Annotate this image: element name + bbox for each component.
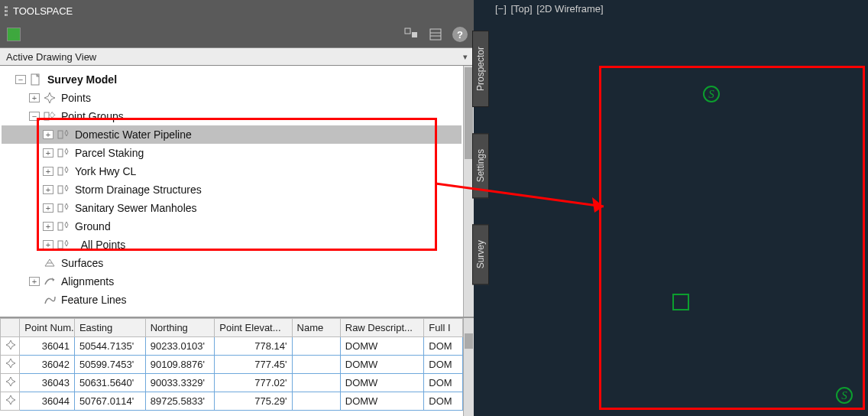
column-header[interactable]: Easting: [74, 319, 145, 337]
tree-item-feature-lines[interactable]: Feature Lines: [2, 291, 462, 309]
svg-rect-13: [58, 241, 63, 249]
new-drawing-icon[interactable]: [6, 27, 21, 42]
survey-point-marker[interactable]: [672, 294, 689, 310]
tree-label: _All Points: [75, 239, 125, 251]
drawing-icon: [29, 73, 43, 86]
tree-label: Sanitary Sewer Manholes: [75, 202, 197, 214]
table-cell: 777.45': [215, 356, 292, 374]
point-group-icon: [57, 164, 70, 178]
column-header[interactable]: Point Elevat...: [215, 319, 292, 337]
svg-rect-10: [58, 186, 63, 193]
viewport-view[interactable]: [Top]: [510, 3, 532, 15]
column-header[interactable]: Name: [292, 319, 340, 337]
tree-label: Parcel Staking: [75, 147, 144, 159]
svg-rect-11: [58, 204, 63, 212]
survey-point-marker[interactable]: S: [836, 387, 853, 404]
annotation-canvas-box: [599, 66, 865, 410]
table-cell: [292, 356, 340, 374]
view-selector[interactable]: Active Drawing View ▾: [0, 47, 474, 66]
tab-settings[interactable]: Settings: [472, 133, 489, 198]
svg-rect-7: [58, 131, 63, 138]
tree-item-surfaces[interactable]: Surfaces: [2, 254, 462, 272]
tree-label: Surfaces: [61, 257, 103, 269]
table-cell: 90233.0103': [145, 337, 215, 356]
point-group-icon: [43, 109, 57, 123]
tab-prospector[interactable]: Prospector: [472, 31, 489, 107]
table-cell: DOMW: [340, 392, 424, 411]
tab-survey[interactable]: Survey: [472, 224, 489, 284]
view-label: Active Drawing View: [6, 51, 96, 63]
point-group-icon: [57, 238, 70, 252]
toolspace-toolbar: ?: [0, 21, 474, 47]
toolspace-panel: TOOLSPACE ? Active Drawing View ▾: [0, 0, 474, 416]
table-cell: 778.14': [215, 337, 292, 356]
point-icon: [1, 356, 20, 374]
tree-item-point-group[interactable]: +Sanitary Sewer Manholes: [2, 199, 462, 217]
table-cell: DOM: [424, 337, 463, 356]
table-cell: DOM: [424, 356, 463, 374]
tree-item-point-group[interactable]: +_All Points: [2, 236, 462, 254]
tree-item-point-groups[interactable]: − Point Groups: [2, 107, 462, 125]
svg-marker-18: [592, 197, 604, 213]
tree-item-point-group[interactable]: +Domestic Water Pipeline: [2, 125, 462, 144]
point-group-icon: [57, 128, 70, 141]
point-group-icon: [57, 219, 70, 233]
table-row[interactable]: 3604350631.5640'90033.3329'777.02'DOMWDO…: [1, 374, 463, 392]
table-cell: DOM: [424, 392, 463, 411]
feature-line-icon: [43, 293, 57, 307]
table-cell: 775.29': [215, 392, 292, 411]
table-row[interactable]: 3604150544.7135'90233.0103'778.14'DOMWDO…: [1, 337, 463, 356]
prospector-tree[interactable]: − Survey Model + Points − Point Groups +…: [0, 66, 463, 317]
viewport-controls[interactable]: [−] [Top] [2D Wireframe]: [495, 3, 605, 15]
chevron-down-icon: ▾: [463, 52, 468, 62]
tree-item-point-group[interactable]: +York Hwy CL: [2, 162, 462, 180]
table-cell: DOM: [424, 374, 463, 392]
tree-item-point-group[interactable]: +Parcel Staking: [2, 144, 462, 162]
point-icon: [1, 374, 20, 392]
point-table[interactable]: Point Num...EastingNorthingPoint Elevat.…: [0, 318, 463, 411]
point-list-panel: Point Num...EastingNorthingPoint Elevat.…: [0, 317, 474, 416]
tree-label: Points: [61, 92, 91, 104]
svg-rect-1: [412, 32, 417, 37]
viewport-style[interactable]: [2D Wireframe]: [536, 3, 603, 15]
column-header-icon[interactable]: [1, 319, 20, 337]
tree-item-point-group[interactable]: +Storm Drainage Structures: [2, 180, 462, 199]
table-cell: 36044: [20, 392, 75, 411]
panel-title: TOOLSPACE: [13, 5, 73, 17]
viewport-minimize[interactable]: [−]: [495, 3, 507, 15]
item-preview-icon[interactable]: [403, 27, 419, 42]
tree-label: Ground: [75, 220, 111, 232]
table-row[interactable]: 3604450767.0114'89725.5833'775.29'DOMWDO…: [1, 392, 463, 411]
drawing-canvas[interactable]: Prospector Settings Survey [−] [Top] [2D…: [474, 0, 868, 416]
grip-icon[interactable]: [3, 5, 8, 18]
column-header[interactable]: Point Num...: [20, 319, 75, 337]
tree-label: Point Groups: [61, 110, 124, 122]
survey-point-marker[interactable]: S: [703, 86, 720, 102]
svg-rect-6: [44, 112, 49, 120]
svg-rect-0: [405, 28, 410, 34]
tree-label: Alignments: [61, 275, 114, 288]
table-cell: 50767.0114': [74, 392, 145, 411]
svg-rect-8: [58, 149, 63, 157]
help-icon[interactable]: ?: [452, 27, 468, 42]
tree-item-points[interactable]: + Points: [2, 89, 462, 107]
column-header[interactable]: Full I: [424, 319, 463, 337]
table-cell: 50631.5640': [74, 374, 145, 392]
column-header[interactable]: Northing: [145, 319, 215, 337]
tree-root-survey-model[interactable]: − Survey Model: [2, 70, 462, 89]
table-cell: 36043: [20, 374, 75, 392]
alignment-icon: [43, 275, 57, 288]
table-cell: 36042: [20, 356, 75, 374]
tree-item-point-group[interactable]: +Ground: [2, 217, 462, 236]
point-group-icon: [57, 183, 70, 197]
tree-item-alignments[interactable]: + Alignments: [2, 272, 462, 291]
table-cell: DOMW: [340, 374, 424, 392]
tree-label: Feature Lines: [61, 294, 127, 306]
panorama-icon[interactable]: [428, 27, 443, 42]
table-cell: 777.02': [215, 374, 292, 392]
table-cell: DOMW: [340, 356, 424, 374]
table-row[interactable]: 3604250599.7453'90109.8876'777.45'DOMWDO…: [1, 356, 463, 374]
column-header[interactable]: Raw Descript...: [340, 319, 424, 337]
tree-label: Survey Model: [47, 73, 117, 86]
tree-label: Storm Drainage Structures: [75, 184, 202, 196]
